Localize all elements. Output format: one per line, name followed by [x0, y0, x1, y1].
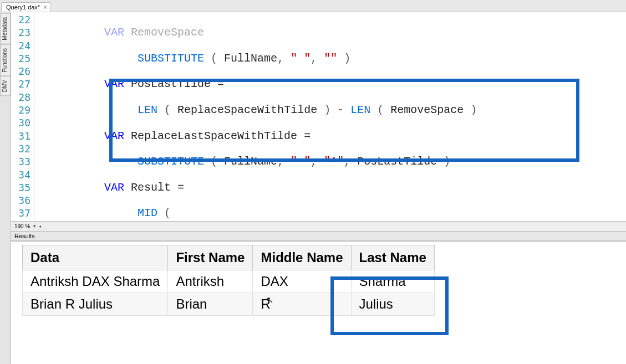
editor-tabbar: Query1.dax* ×	[0, 0, 626, 12]
identifier: FullName	[224, 52, 277, 65]
identifier: PosLastTilde	[357, 155, 437, 168]
comma: ,	[311, 52, 317, 65]
zoom-label: 190 %	[14, 223, 30, 229]
line-number: 32	[11, 142, 30, 155]
app-root: Query1.dax* × Metadata Functions DMV 22 …	[0, 0, 626, 364]
cell: R	[253, 293, 351, 316]
results-table: Data First Name Middle Name Last Name An…	[22, 245, 435, 316]
comma: ,	[344, 155, 350, 168]
side-tab-dmv[interactable]: DMV	[0, 76, 11, 96]
line-number: 28	[11, 91, 30, 104]
line-number: 25	[11, 52, 30, 65]
side-tabstrip: Metadata Functions DMV	[0, 12, 11, 364]
line-gutter: 22 23 24 25 26 27 28 29 30 31 32 33 34 3…	[11, 12, 34, 221]
identifier: RemoveSpace	[131, 26, 204, 39]
identifier: FullName	[224, 155, 277, 168]
code-area[interactable]: VAR RemoveSpace SUBSTITUTE ( FullName, "…	[34, 12, 626, 221]
results-pane: Data First Name Middle Name Last Name An…	[11, 241, 626, 364]
keyword-var: VAR	[104, 26, 124, 39]
fn-substitute: SUBSTITUTE	[138, 52, 204, 65]
identifier: Result	[131, 181, 171, 194]
editor-pane: 22 23 24 25 26 27 28 29 30 31 32 33 34 3…	[11, 12, 626, 364]
cell: DAX	[253, 270, 351, 293]
paren: )	[470, 104, 477, 116]
column-header[interactable]: Last Name	[351, 245, 434, 270]
line-number: 38	[11, 220, 30, 221]
line-number: 37	[11, 207, 30, 219]
cell: Antriksh DAX Sharma	[23, 270, 168, 293]
line-number: 22	[11, 13, 30, 26]
line-number: 26	[11, 65, 30, 78]
line-number: 36	[11, 194, 30, 207]
side-tab-metadata[interactable]: Metadata	[0, 13, 11, 44]
code-highlight-box	[109, 79, 579, 162]
zoom-dropdown-icon[interactable]: ▼	[32, 224, 37, 229]
line-number: 34	[11, 168, 30, 181]
string: ""	[324, 52, 337, 65]
keyword-var: VAR	[104, 181, 124, 194]
equals: =	[177, 181, 184, 194]
operator: -	[337, 104, 344, 116]
cell: Julius	[351, 293, 434, 316]
table-header-row: Data First Name Middle Name Last Name	[23, 245, 435, 270]
keyword-var: VAR	[104, 78, 124, 90]
fn-len: LEN	[138, 104, 157, 116]
paren: (	[164, 207, 171, 219]
paren: (	[211, 155, 217, 168]
line-number: 29	[11, 104, 30, 116]
string: " "	[291, 52, 311, 65]
fn-mid: MID	[138, 207, 157, 219]
identifier: PosLastTilde	[131, 78, 211, 90]
string: "^"	[324, 155, 344, 168]
column-header[interactable]: Data	[23, 245, 168, 270]
line-number: 30	[11, 116, 30, 129]
cell: Brian R Julius	[23, 293, 168, 316]
cell: Sharma	[351, 270, 434, 293]
results-label: Results	[14, 233, 35, 239]
expand-left-icon[interactable]: ◂	[39, 224, 41, 229]
identifier: RemoveSpace	[390, 104, 464, 116]
equals: =	[304, 130, 311, 142]
line-number: 35	[11, 181, 30, 194]
comma: ,	[277, 155, 284, 168]
paren: )	[324, 104, 330, 116]
zoom-bar: 190 % ▼ ◂	[11, 221, 626, 231]
column-header[interactable]: Middle Name	[253, 245, 351, 270]
paren: (	[211, 52, 217, 65]
identifier: ReplaceLastSpaceWithTilde	[131, 130, 297, 142]
table-row[interactable]: Antriksh DAX Sharma Antriksh DAX Sharma	[23, 270, 435, 293]
cell: Antriksh	[168, 270, 253, 293]
comma: ,	[311, 155, 317, 168]
close-icon[interactable]: ×	[43, 4, 47, 11]
column-header[interactable]: First Name	[168, 245, 253, 270]
paren: (	[377, 104, 384, 116]
line-number: 27	[11, 78, 30, 90]
paren: (	[164, 104, 171, 116]
paren: )	[344, 52, 350, 65]
keyword-var: VAR	[104, 130, 124, 142]
paren: )	[444, 155, 450, 168]
line-number: 33	[11, 155, 30, 168]
results-header: Results	[11, 231, 626, 241]
fn-substitute: SUBSTITUTE	[138, 155, 204, 168]
cell: Brian	[168, 293, 253, 316]
table-row[interactable]: Brian R Julius Brian R Julius	[23, 293, 435, 316]
string: " "	[291, 155, 311, 168]
fn-len: LEN	[350, 104, 370, 116]
identifier: ReplaceSpaceWithTilde	[177, 104, 317, 116]
side-tab-functions[interactable]: Functions	[0, 44, 11, 76]
line-number: 23	[11, 26, 30, 39]
comma: ,	[277, 52, 284, 65]
line-number: 31	[11, 130, 30, 142]
file-tab[interactable]: Query1.dax* ×	[1, 2, 51, 12]
code-editor[interactable]: 22 23 24 25 26 27 28 29 30 31 32 33 34 3…	[11, 12, 626, 221]
file-tab-title: Query1.dax*	[6, 4, 40, 11]
line-number: 24	[11, 39, 30, 52]
equals: =	[217, 78, 224, 90]
workspace: Metadata Functions DMV 22 23 24 25 26 27…	[0, 12, 626, 364]
